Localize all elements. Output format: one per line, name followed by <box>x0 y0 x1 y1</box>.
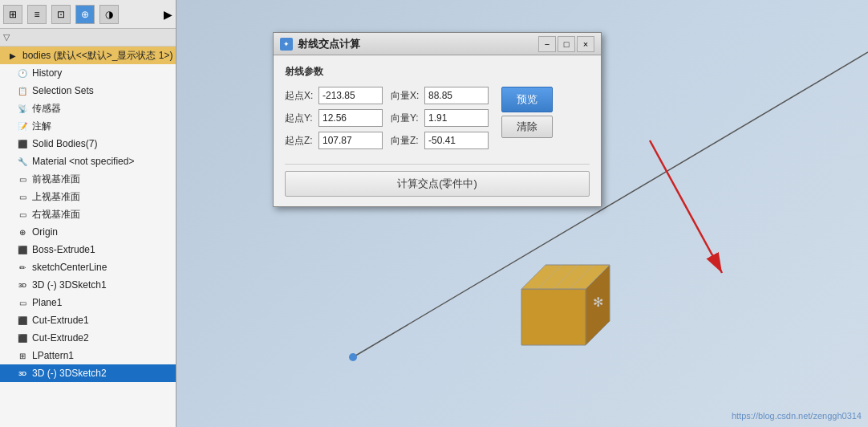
tree-content: ▶ bodies (默认<<默认>_显示状态 1>) 🕐 History 📋 S… <box>0 47 176 427</box>
toolbar-icon-target[interactable]: ⊕ <box>75 5 95 24</box>
tree-item-plane1[interactable]: ▭ Plane1 <box>0 294 176 311</box>
tree-item-label: Boss-Extrude1 <box>32 244 95 255</box>
material-icon: 🔧 <box>16 155 29 168</box>
start-y-label: 起点Y: <box>285 112 315 125</box>
start-x-input[interactable] <box>318 87 383 104</box>
tree-item-front-plane[interactable]: ▭ 前视基准面 <box>0 170 176 188</box>
svg-line-9 <box>570 265 594 289</box>
tree-item-cut-extrude2[interactable]: ⬛ Cut-Extrude2 <box>0 329 176 347</box>
dir-y-label: 向量Y: <box>391 112 421 125</box>
dialog-titlebar[interactable]: ✦ 射线交点计算 − □ × <box>274 33 601 55</box>
left-panel: ⊞ ≡ ⊡ ⊕ ◑ ▶ ▽ ▶ bodies (默认<<默认>_显示状态 1>)… <box>0 0 176 427</box>
tree-item-label: History <box>32 67 62 79</box>
tree-item-label: Solid Bodies(7) <box>32 138 97 149</box>
svg-line-10 <box>586 265 610 289</box>
svg-marker-5 <box>586 265 610 345</box>
tree-item-label: 上视基准面 <box>32 190 80 204</box>
tree-item-solid-bodies[interactable]: ⬛ Solid Bodies(7) <box>0 135 176 152</box>
action-buttons: 预览 清除 <box>501 87 553 138</box>
dir-z-label: 向量Z: <box>391 134 421 148</box>
start-z-row: 起点Z: <box>285 132 383 149</box>
svg-point-1 <box>349 353 357 361</box>
tree-item-label: 3D (-) 3DSketch2 <box>32 368 107 379</box>
tree-item-origin[interactable]: ⊕ Origin <box>0 223 176 241</box>
fields-grid: 起点X: 向量X: 起点Y: <box>285 87 489 149</box>
lpattern1-icon: ⊞ <box>16 349 29 362</box>
svg-marker-3 <box>521 289 586 345</box>
tree-item-3dsketch1[interactable]: 3D 3D (-) 3DSketch1 <box>0 276 176 294</box>
dialog-close-button[interactable]: × <box>577 36 594 52</box>
cut-extrude2-icon: ⬛ <box>16 331 29 344</box>
tree-item-sensors[interactable]: 📡 传感器 <box>0 100 176 117</box>
dialog-title-icon: ✦ <box>280 38 293 51</box>
boss-extrude1-icon: ⬛ <box>16 243 29 256</box>
front-plane-icon: ▭ <box>16 173 29 185</box>
svg-line-6 <box>521 265 546 289</box>
start-y-input[interactable] <box>318 109 383 127</box>
tree-item-material[interactable]: 🔧 Material <not specified> <box>0 152 176 170</box>
calculate-button[interactable]: 计算交点(零件中) <box>285 171 590 197</box>
tree-item-sketch-centerline[interactable]: ✏ sketchCenterLine <box>0 258 176 276</box>
section-label: 射线参数 <box>285 65 590 79</box>
svg-marker-4 <box>521 265 610 289</box>
toolbar-expand-arrow[interactable]: ▶ <box>164 8 172 21</box>
fields-columns: 起点X: 向量X: 起点Y: <box>285 87 489 157</box>
tree-item-cut-extrude1[interactable]: ⬛ Cut-Extrude1 <box>0 311 176 329</box>
3dsketch1-icon: 3D <box>16 279 29 291</box>
tree-item-label: 前视基准面 <box>32 173 80 186</box>
tree-item-label: Origin <box>32 226 58 238</box>
dialog-body: 射线参数 起点X: 向量X: <box>274 55 601 206</box>
tree-item-right-plane[interactable]: ▭ 右视基准面 <box>0 205 176 223</box>
top-plane-icon: ▭ <box>16 190 29 203</box>
history-icon: 🕐 <box>16 67 29 79</box>
tree-root-icon: ▶ <box>6 49 19 62</box>
dir-z-row: 向量Z: <box>391 132 489 149</box>
tree-item-label: Selection Sets <box>32 85 94 96</box>
filter-icon: ▽ <box>3 32 10 43</box>
toolbar-icon-circle[interactable]: ◑ <box>99 5 119 24</box>
tree-item-label: 右视基准面 <box>32 208 80 222</box>
plane1-icon: ▭ <box>16 296 29 309</box>
start-x-label: 起点X: <box>285 89 315 103</box>
tree-item-boss-extrude1[interactable]: ⬛ Boss-Extrude1 <box>0 241 176 258</box>
tree-item-label: 注解 <box>32 120 51 133</box>
tree-item-label: Cut-Extrude1 <box>32 315 89 326</box>
tree-item-3dsketch2[interactable]: 3D 3D (-) 3DSketch2 <box>0 364 176 382</box>
svg-line-7 <box>537 265 562 289</box>
start-x-row: 起点X: <box>285 87 383 104</box>
main-viewport[interactable]: ✻ ✦ 射线交点计算 − □ × <box>176 0 868 427</box>
toolbar-icon-list[interactable]: ≡ <box>27 5 47 24</box>
tree-root[interactable]: ▶ bodies (默认<<默认>_显示状态 1>) <box>0 47 176 64</box>
start-z-input[interactable] <box>318 132 383 149</box>
tree-item-annotations[interactable]: 📝 注解 <box>0 117 176 135</box>
dir-z-input[interactable] <box>424 132 489 149</box>
dialog-minimize-button[interactable]: − <box>538 36 556 52</box>
dialog-icon-symbol: ✦ <box>283 40 290 48</box>
sketch-centerline-icon: ✏ <box>16 261 29 274</box>
cut-extrude1-icon: ⬛ <box>16 314 29 327</box>
ray-intersection-dialog: ✦ 射线交点计算 − □ × 射线参数 <box>273 32 602 207</box>
dir-x-label: 向量X: <box>391 89 421 103</box>
dialog-overlay: ✦ 射线交点计算 − □ × 射线参数 <box>273 32 602 207</box>
clear-button[interactable]: 清除 <box>501 116 553 138</box>
annotations-icon: 📝 <box>16 120 29 132</box>
dialog-title: 射线交点计算 <box>298 37 538 51</box>
tree-item-lpattern1[interactable]: ⊞ LPattern1 <box>0 347 176 364</box>
dialog-restore-button[interactable]: □ <box>558 36 575 52</box>
solid-bodies-icon: ⬛ <box>16 137 29 150</box>
right-plane-icon: ▭ <box>16 208 29 221</box>
dir-x-input[interactable] <box>424 87 489 104</box>
tree-item-label: Cut-Extrude2 <box>32 332 89 344</box>
toolbar-icon-box[interactable]: ⊡ <box>51 5 71 24</box>
tree-item-top-plane[interactable]: ▭ 上视基准面 <box>0 188 176 205</box>
selection-sets-icon: 📋 <box>16 84 29 97</box>
tree-item-history[interactable]: 🕐 History <box>0 64 176 82</box>
tree-item-selection-sets[interactable]: 📋 Selection Sets <box>0 82 176 100</box>
tree-item-label: sketchCenterLine <box>32 262 107 273</box>
3dsketch2-icon: 3D <box>16 367 29 380</box>
preview-button[interactable]: 预览 <box>501 87 553 112</box>
tree-item-label: 传感器 <box>32 102 61 116</box>
toolbar-icon-grid[interactable]: ⊞ <box>3 5 22 24</box>
origin-icon: ⊕ <box>16 226 29 238</box>
dir-y-input[interactable] <box>424 109 489 127</box>
